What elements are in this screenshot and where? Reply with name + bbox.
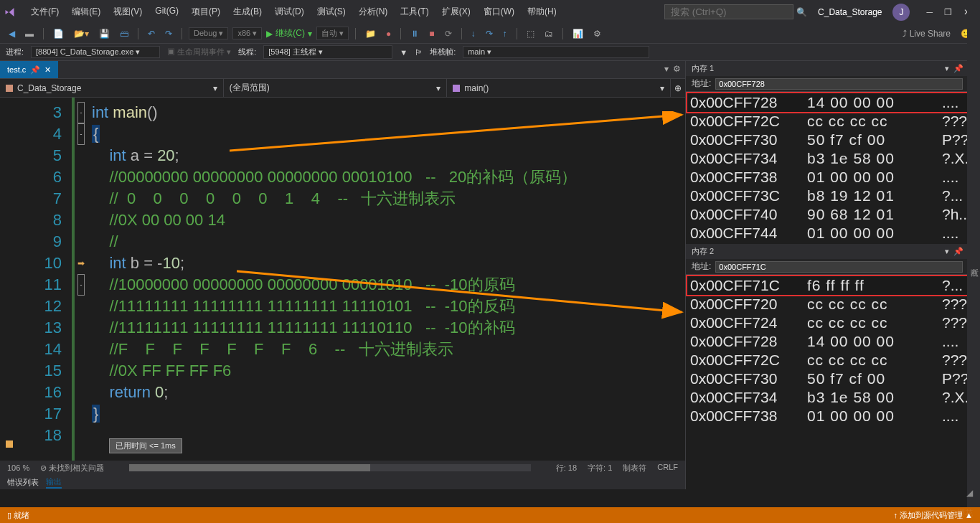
- config-dropdown[interactable]: Debug ▾: [189, 27, 228, 39]
- tab-errorlist[interactable]: 错误列表: [7, 477, 39, 488]
- menu-item[interactable]: 扩展(X): [436, 3, 476, 21]
- menu-item[interactable]: Git(G): [149, 3, 184, 21]
- menu-item[interactable]: 生成(B): [227, 3, 268, 21]
- avatar[interactable]: J: [892, 4, 910, 21]
- pin-icon[interactable]: 📌: [953, 247, 963, 256]
- toolbar-main: ◀ ▬ 📄 📂▾ 💾 🗃 ↶ ↷ Debug ▾ x86 ▾ ▶ 继续(C) ▾…: [0, 24, 980, 44]
- hex-icon[interactable]: ⬚: [524, 27, 537, 40]
- process-label: 进程:: [6, 47, 24, 57]
- side-tab-breakpoints[interactable]: 断点: [967, 0, 980, 523]
- menu-item[interactable]: 窗口(W): [478, 3, 520, 21]
- nav-project[interactable]: C_Data_Storage▾: [0, 79, 224, 97]
- project-name: C_Data_Storage: [818, 7, 882, 17]
- split-icon[interactable]: ⊕: [671, 79, 685, 97]
- step-out-icon[interactable]: ↑: [500, 27, 510, 40]
- process-dropdown[interactable]: [8804] C_Data_Storage.exe ▾: [31, 46, 160, 58]
- tab-testc[interactable]: test.c 📌 ✕: [0, 61, 58, 78]
- new-file-icon[interactable]: 📄: [50, 27, 67, 40]
- menu-item[interactable]: 视图(V): [108, 3, 148, 21]
- save-all-icon[interactable]: 🗃: [117, 27, 131, 40]
- titlebar: 文件(F)编辑(E)视图(V)Git(G)项目(P)生成(B)调试(D)测试(S…: [0, 0, 980, 24]
- thread-label: 线程:: [238, 47, 256, 57]
- search-input[interactable]: [664, 4, 793, 19]
- addr-label: 地址:: [692, 77, 711, 90]
- lifecycle-label: ▣ 生命周期事件 ▾: [167, 47, 231, 57]
- step-into-icon[interactable]: ↓: [468, 27, 479, 40]
- code-lines: int main(){ int a = 20; //00000000 00000…: [88, 98, 685, 461]
- auto-dropdown[interactable]: 自动 ▾: [316, 27, 349, 40]
- editor-status: 106 % ⊘ 未找到相关问题 行: 18 字符: 1 制表符 CRLF: [0, 461, 685, 475]
- cursor-col: 字符: 1: [588, 463, 612, 473]
- tab-output[interactable]: 输出: [46, 476, 62, 489]
- status-ready: ▯ 就绪: [7, 510, 29, 521]
- flag-icon[interactable]: 🏳: [415, 48, 423, 57]
- minimize-icon[interactable]: ─: [926, 7, 933, 17]
- msbuild-icon[interactable]: 📊: [570, 27, 586, 40]
- platform-dropdown[interactable]: x86 ▾: [232, 27, 262, 39]
- search-icon[interactable]: 🔍: [796, 7, 807, 17]
- menu-item[interactable]: 文件(F): [25, 3, 65, 21]
- main-menu: 文件(F)编辑(E)视图(V)Git(G)项目(P)生成(B)调试(D)测试(S…: [25, 3, 562, 21]
- resize-handle-icon[interactable]: ◢: [966, 488, 973, 498]
- filter-icon[interactable]: ▼: [400, 48, 407, 57]
- menu-item[interactable]: 测试(S): [311, 3, 352, 21]
- memory-panel-1: 内存 1 ▾📌✕ 地址: ↻ 0x00CFF72814 00 00 00....…: [686, 61, 980, 244]
- vs-logo-icon: [4, 5, 18, 19]
- nav-back-icon[interactable]: ◀: [6, 27, 18, 40]
- menu-item[interactable]: 帮助(H): [522, 3, 562, 21]
- memory-row: 0x00CFF734b3 1e 58 00?.X.: [687, 149, 979, 168]
- folder-icon[interactable]: 📁: [362, 27, 379, 40]
- open-file-icon[interactable]: 📂▾: [71, 27, 92, 40]
- issues-status: ⊘ 未找到相关问题: [40, 463, 104, 473]
- stop-icon[interactable]: ■: [426, 27, 437, 40]
- live-share-button[interactable]: ⤴ Live Share: [900, 27, 953, 40]
- timing-hint: 已用时间 <= 1ms: [109, 438, 182, 453]
- line-ending: CRLF: [657, 463, 678, 473]
- memory-row: 0x00CFF724cc cc cc cc????: [687, 314, 979, 332]
- dropdown-icon[interactable]: ▾: [945, 64, 949, 73]
- memory-row: 0x00CFF734b3 1e 58 00?.X.: [687, 388, 979, 407]
- continue-button[interactable]: ▶ 继续(C) ▾: [266, 27, 312, 39]
- menu-item[interactable]: 调试(D): [269, 3, 310, 21]
- settings-icon[interactable]: ⚙: [673, 64, 681, 75]
- addr-input-2[interactable]: [715, 261, 963, 273]
- registers-icon[interactable]: 🗂: [542, 27, 556, 40]
- breakpoint-toggle-icon[interactable]: ●: [383, 27, 394, 40]
- memory1-title: 内存 1: [692, 63, 714, 74]
- save-icon[interactable]: 💾: [96, 27, 113, 40]
- stack-dropdown[interactable]: main ▾: [463, 46, 649, 58]
- close-tab-icon[interactable]: ✕: [44, 65, 51, 75]
- zoom-level[interactable]: 106 %: [7, 463, 29, 472]
- step-over-icon[interactable]: ↷: [483, 27, 496, 40]
- source-control-add[interactable]: ↑ 添加到源代码管理 ▲: [894, 510, 974, 521]
- memory-row: 0x00CFF73050 f7 cf 00P??.: [687, 369, 979, 388]
- nav-fwd-icon[interactable]: ▬: [22, 27, 37, 40]
- undo-icon[interactable]: ↶: [145, 27, 158, 40]
- hscrollbar[interactable]: [129, 464, 530, 471]
- pause-icon[interactable]: ⏸: [407, 27, 422, 40]
- nav-plus-icon[interactable]: ▾: [664, 64, 669, 75]
- dropdown-icon[interactable]: ▾: [945, 247, 949, 256]
- menu-item[interactable]: 项目(P): [186, 3, 226, 21]
- editor-tabbar: test.c 📌 ✕ ▾ ⚙: [0, 61, 685, 79]
- pin-icon[interactable]: 📌: [953, 64, 963, 73]
- menu-item[interactable]: 分析(N): [353, 3, 394, 21]
- addr-input-1[interactable]: [715, 78, 963, 90]
- thread-dropdown[interactable]: [5948] 主线程 ▾: [263, 45, 392, 59]
- memory-row: 0x00CFF74090 68 12 01?h..: [687, 205, 979, 224]
- cursor-line: 行: 18: [556, 463, 577, 473]
- maximize-icon[interactable]: ❐: [944, 7, 952, 17]
- nav-function[interactable]: main()▾: [447, 79, 671, 97]
- indent-mode: 制表符: [623, 463, 646, 473]
- menu-item[interactable]: 编辑(E): [66, 3, 106, 21]
- stack-label: 堆栈帧:: [430, 47, 456, 57]
- redo-icon[interactable]: ↷: [162, 27, 175, 40]
- nav-scope[interactable]: (全局范围)▾: [224, 79, 448, 97]
- code-editor[interactable]: 3456789101112131415161718 --➡- int main(…: [0, 98, 685, 461]
- pin-icon[interactable]: 📌: [30, 65, 40, 75]
- memory2-grid: 0x00CFF71Cf6 ff ff ff?...0x00CFF720cc cc…: [686, 275, 980, 427]
- config-icon[interactable]: ⚙: [590, 27, 604, 40]
- menu-item[interactable]: 工具(T): [395, 3, 434, 21]
- restart-icon[interactable]: ⟳: [442, 27, 455, 40]
- memory-row: 0x00CFF73050 f7 cf 00P??.: [687, 131, 979, 149]
